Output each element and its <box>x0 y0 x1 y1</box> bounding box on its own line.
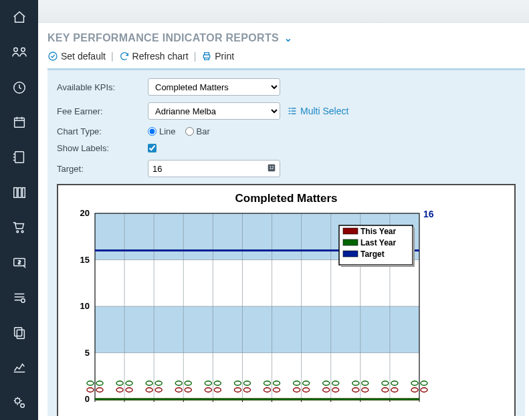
svg-point-0 <box>13 48 17 52</box>
svg-point-11 <box>21 299 25 303</box>
svg-text:20: 20 <box>80 208 90 218</box>
svg-rect-13 <box>17 330 24 338</box>
nav-calendar[interactable] <box>0 105 38 140</box>
row-available-kpis: Available KPIs: Completed Matters <box>57 78 516 96</box>
svg-rect-21 <box>95 306 419 353</box>
svg-text:16: 16 <box>423 209 434 219</box>
chart-type-group: Line Bar <box>148 126 210 136</box>
row-fee-earner: Fee Earner: Adrianne Melba Multi Select <box>57 102 516 120</box>
page-title[interactable]: KEY PERFORMANCE INDICATOR REPORTS ⌄ <box>47 32 292 44</box>
set-default-label: Set default <box>61 51 106 62</box>
chart-type-bar[interactable]: Bar <box>185 126 210 136</box>
svg-rect-7 <box>22 187 25 197</box>
svg-point-15 <box>20 404 24 408</box>
nav-settings-list[interactable] <box>0 280 38 315</box>
row-show-labels: Show Labels: <box>57 143 516 153</box>
svg-rect-4 <box>15 152 23 163</box>
nav-gears[interactable] <box>0 385 38 420</box>
calendar-icon <box>12 115 27 130</box>
svg-rect-5 <box>13 187 17 197</box>
svg-point-9 <box>21 231 23 233</box>
check-circle-icon <box>47 51 58 62</box>
svg-rect-6 <box>18 187 21 197</box>
svg-text:15: 15 <box>80 255 90 265</box>
cart-icon <box>12 220 27 235</box>
radio-bar-label: Bar <box>197 126 210 136</box>
svg-point-106 <box>421 388 427 392</box>
chart-icon <box>12 360 27 375</box>
refresh-button[interactable]: Refresh chart <box>119 51 189 62</box>
svg-text:10: 10 <box>80 301 90 311</box>
target-label: Target: <box>57 164 148 174</box>
chevron-down-icon: ⌄ <box>284 33 292 43</box>
svg-point-1 <box>21 48 25 52</box>
svg-text:Last Year: Last Year <box>360 238 396 247</box>
toolbar: Set default | Refresh chart | Print <box>38 48 529 68</box>
ledger-icon <box>12 150 27 165</box>
main: KEY PERFORMANCE INDICATOR REPORTS ⌄ Set … <box>38 0 529 420</box>
app-root: KEY PERFORMANCE INDICATOR REPORTS ⌄ Set … <box>0 0 529 420</box>
multi-select-icon <box>287 106 298 116</box>
svg-rect-3 <box>14 118 24 128</box>
copy-icon <box>12 325 27 340</box>
separator: | <box>110 51 115 62</box>
books-icon <box>12 185 27 200</box>
show-labels-checkbox[interactable] <box>148 144 156 152</box>
home-icon <box>12 10 27 25</box>
svg-point-59 <box>87 381 94 385</box>
set-default-button[interactable]: Set default <box>47 51 106 62</box>
nav-people[interactable] <box>0 35 38 70</box>
available-kpis-label: Available KPIs: <box>57 82 148 92</box>
multi-select-button[interactable]: Multi Select <box>287 106 348 116</box>
nav-money[interactable] <box>0 245 38 280</box>
chart-type-label: Chart Type: <box>57 126 148 136</box>
svg-rect-12 <box>14 328 21 336</box>
nav-home[interactable] <box>0 0 38 35</box>
nav-books[interactable] <box>0 175 38 210</box>
row-chart-type: Chart Type: Line Bar <box>57 126 516 136</box>
svg-point-16 <box>49 52 57 60</box>
svg-rect-20 <box>95 353 419 400</box>
top-tab-bar <box>38 0 529 23</box>
svg-rect-113 <box>343 251 358 257</box>
target-input[interactable] <box>148 160 280 177</box>
page-header: KEY PERFORMANCE INDICATOR REPORTS ⌄ <box>38 23 529 48</box>
radio-line[interactable] <box>148 127 156 136</box>
chart-frame: Completed Matters 0510152016This YearLas… <box>57 184 516 416</box>
svg-rect-109 <box>343 228 358 234</box>
svg-text:This Year: This Year <box>360 227 396 236</box>
money-icon <box>12 255 27 270</box>
show-labels-label: Show Labels: <box>57 143 148 153</box>
refresh-icon <box>119 51 130 62</box>
nav-chart[interactable] <box>0 350 38 385</box>
radio-line-label: Line <box>159 126 176 136</box>
separator: | <box>193 51 198 62</box>
svg-rect-115 <box>341 265 415 267</box>
nav-cart[interactable] <box>0 210 38 245</box>
nav-clock[interactable] <box>0 70 38 105</box>
svg-rect-116 <box>413 227 415 267</box>
gears-icon <box>12 395 27 410</box>
fee-earner-select[interactable]: Adrianne Melba <box>148 102 280 120</box>
page-title-text: KEY PERFORMANCE INDICATOR REPORTS <box>47 32 279 44</box>
nav-copy[interactable] <box>0 315 38 350</box>
svg-text:12: 12 <box>269 165 274 170</box>
radio-bar[interactable] <box>185 127 194 136</box>
chart-svg: 0510152016This YearLast YearTarget <box>58 208 439 409</box>
chart-body: 0510152016This YearLast YearTarget <box>58 208 514 409</box>
multi-select-label: Multi Select <box>300 106 348 116</box>
available-kpis-select[interactable]: Completed Matters <box>148 78 280 96</box>
chart-type-line[interactable]: Line <box>148 126 176 136</box>
row-target: Target: 12 <box>57 160 516 177</box>
numeric-icon[interactable]: 12 <box>267 163 276 173</box>
svg-point-8 <box>16 231 18 233</box>
print-label: Print <box>215 51 234 62</box>
chart-title: Completed Matters <box>58 185 514 208</box>
svg-text:Target: Target <box>360 249 385 259</box>
print-button[interactable]: Print <box>201 51 234 62</box>
svg-point-61 <box>87 388 94 392</box>
nav-ledger[interactable] <box>0 140 38 175</box>
svg-point-104 <box>421 381 427 385</box>
svg-text:5: 5 <box>85 348 90 358</box>
clock-icon <box>12 80 27 95</box>
